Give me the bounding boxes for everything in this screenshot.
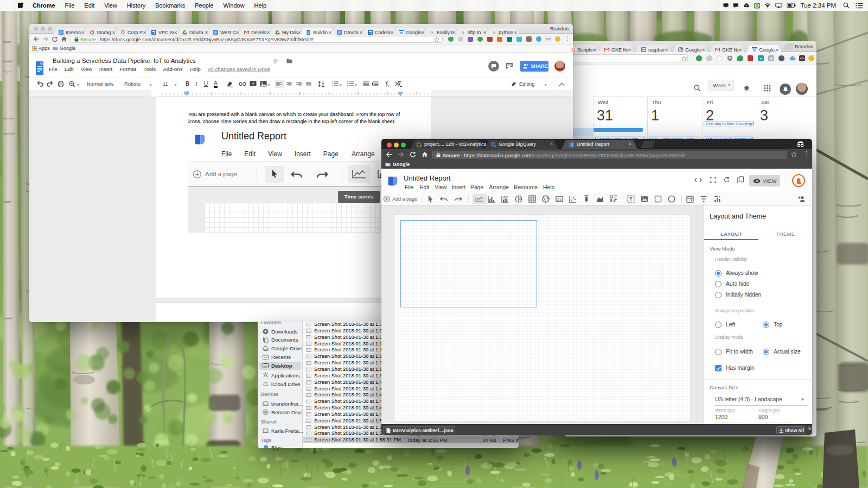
svg-text:1: 1 [240,92,242,95]
svg-text:5: 5 [357,92,359,95]
svg-text:30: 30 [753,48,756,52]
svg-text:30: 30 [400,31,403,34]
svg-text:2: 2 [269,92,271,95]
svg-text:1: 1 [210,92,213,95]
svg-text:G: G [431,30,433,34]
svg-text:6: 6 [386,92,388,95]
svg-text:21: 21 [557,197,561,201]
svg-text:4: 4 [328,92,330,95]
svg-text:G: G [493,30,495,34]
svg-text:3: 3 [298,92,301,95]
svg-text:7: 7 [416,92,418,95]
svg-text:G: G [462,30,464,34]
